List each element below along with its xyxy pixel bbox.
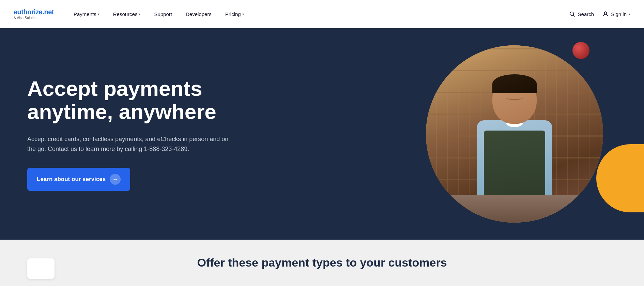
- svg-point-0: [570, 12, 574, 16]
- nav-support[interactable]: Support: [149, 9, 178, 20]
- hero-cta-label: Learn about our services: [37, 176, 106, 183]
- nav-pricing-label: Pricing: [225, 11, 241, 17]
- person-hair: [492, 74, 537, 93]
- nav-pricing[interactable]: Pricing ▾: [220, 9, 249, 20]
- search-label: Search: [578, 11, 594, 17]
- signin-chevron-icon: ▾: [629, 12, 630, 16]
- search-icon: [569, 11, 575, 17]
- person-head: [492, 74, 537, 124]
- navbar: authorize.net A Visa Solution Payments ▾…: [0, 0, 644, 28]
- hero-image-placeholder: [426, 45, 603, 223]
- hero-section: Accept payments anytime, anywhere Accept…: [0, 28, 644, 240]
- svg-point-2: [604, 12, 607, 14]
- nav-support-label: Support: [154, 11, 172, 17]
- svg-line-1: [573, 15, 574, 16]
- logo[interactable]: authorize.net A Visa Solution: [14, 8, 55, 20]
- red-ball-decoration: [572, 42, 589, 59]
- bar-counter: [426, 195, 603, 223]
- signin-label: Sign in: [611, 11, 627, 17]
- nav-developers-label: Developers: [186, 11, 212, 17]
- payment-types-section: Offer these payment types to your custom…: [0, 240, 644, 286]
- nav-payments[interactable]: Payments ▾: [68, 9, 105, 20]
- logo-name-part2: net: [44, 8, 54, 16]
- nav-resources-label: Resources: [113, 11, 138, 17]
- hero-title: Accept payments anytime, anywhere: [27, 77, 259, 123]
- hero-description: Accept credit cards, contactless payment…: [27, 134, 232, 154]
- pricing-chevron-icon: ▾: [242, 12, 244, 16]
- nav-developers[interactable]: Developers: [180, 9, 217, 20]
- nav-resources[interactable]: Resources ▾: [108, 9, 146, 20]
- payments-chevron-icon: ▾: [98, 12, 99, 16]
- logo-name-part1: authorize: [14, 8, 42, 16]
- nav-payments-label: Payments: [74, 11, 96, 17]
- logo-tagline: A Visa Solution: [14, 16, 55, 20]
- navbar-right: Search Sign in ▾: [569, 11, 630, 17]
- hero-content: Accept payments anytime, anywhere Accept…: [27, 77, 259, 191]
- hero-cta-button[interactable]: Learn about our services →: [27, 168, 130, 191]
- logo-text: authorize.net: [14, 8, 55, 16]
- user-icon: [602, 11, 609, 17]
- yellow-accent-shape: [596, 144, 644, 212]
- main-nav: Payments ▾ Resources ▾ Support Developer…: [68, 9, 569, 20]
- signin-button[interactable]: Sign in ▾: [602, 11, 630, 17]
- hero-image: [426, 45, 603, 223]
- payment-card-preview: [27, 258, 55, 279]
- search-button[interactable]: Search: [569, 11, 594, 17]
- payment-types-title: Offer these payment types to your custom…: [197, 256, 447, 269]
- resources-chevron-icon: ▾: [139, 12, 140, 16]
- arrow-circle-icon: →: [110, 174, 121, 185]
